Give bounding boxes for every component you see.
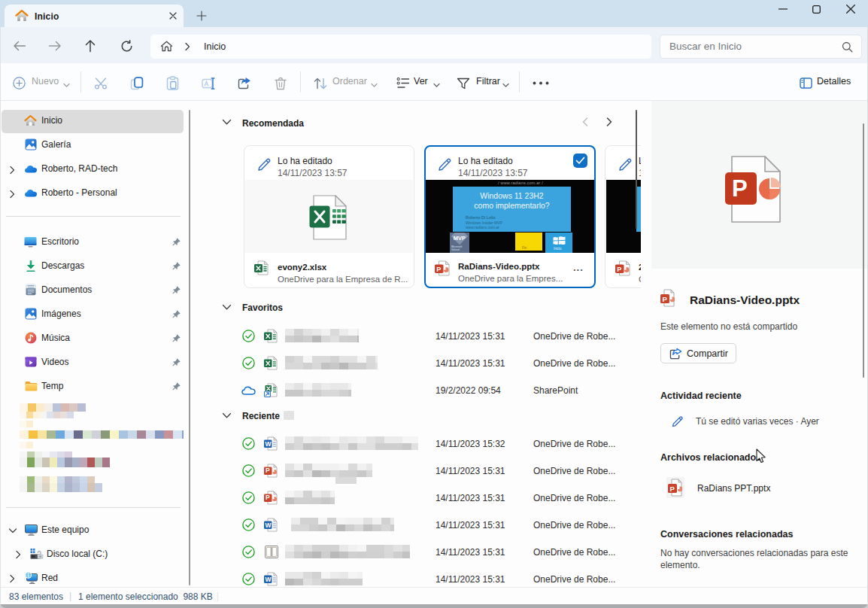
svg-text:P: P (266, 467, 270, 474)
svg-text:P: P (617, 266, 621, 273)
svg-text:P: P (669, 485, 675, 493)
svg-text:P: P (662, 295, 667, 303)
svg-text:W: W (266, 440, 272, 448)
svg-text:P: P (436, 266, 441, 273)
svg-text:P: P (266, 494, 270, 501)
svg-text:W: W (266, 576, 272, 583)
svg-text:W: W (266, 521, 272, 529)
